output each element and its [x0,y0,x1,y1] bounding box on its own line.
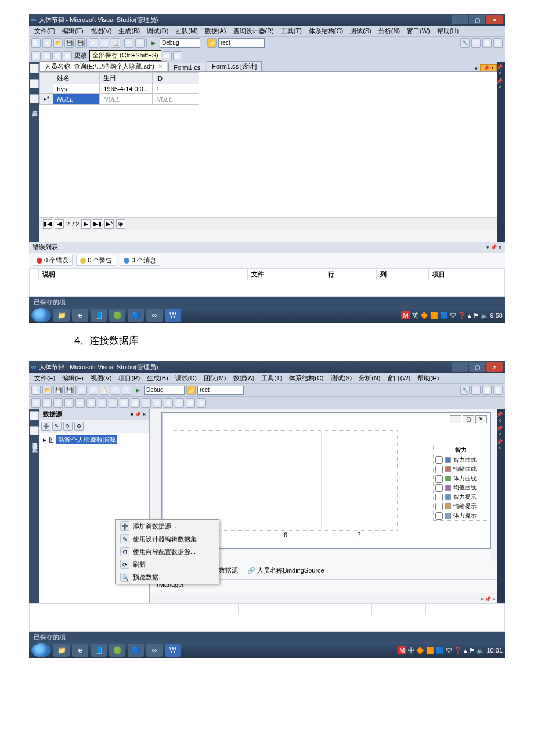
sidebar-tab[interactable]: 服务器资源管理器 [30,437,38,440]
app-icon[interactable]: 🔵 [128,309,144,322]
tool-icon[interactable]: ⎘ [471,386,481,395]
flag-icon[interactable]: ⚑ [473,312,479,319]
col-project[interactable]: 项目 [428,269,504,280]
cell-name[interactable]: NULL [53,94,100,105]
legend-checkbox[interactable] [435,494,443,501]
ds-root-node[interactable]: 浩瀚个人珍藏数据源 [56,435,117,444]
chart-legend[interactable]: 智力 智力曲线 情绪曲线 体力曲线 均值曲线 智力提示 情绪提示 体力提示 [433,445,488,521]
doc-outline-icon[interactable] [30,94,39,103]
menu-data[interactable]: 数据(A) [202,26,229,36]
menu-query[interactable]: 查询设计器(R) [230,26,277,36]
layout-icon[interactable]: ⇕ [53,398,63,408]
layout-icon[interactable]: ⊞ [153,398,162,408]
add-item-icon[interactable]: ▾ [42,38,52,48]
menu-window[interactable]: 窗口(W) [384,373,413,383]
tool-icon[interactable]: 🔧 [460,386,470,395]
table-row[interactable]: hys 1965-4-14 0:0... 1 [40,84,199,94]
menu-view[interactable]: 视图(V) [88,373,115,383]
save-all-icon[interactable]: 💾 [75,38,85,48]
tray-icon[interactable]: 🟧 [426,647,434,654]
tray-icon[interactable]: ❓ [458,312,466,319]
menu-edit[interactable]: 编辑(E) [59,373,86,383]
cell-id[interactable]: 1 [152,84,199,94]
tray-chevron-icon[interactable]: ▴ [464,647,467,654]
layout-icon[interactable]: ⊡ [120,398,129,408]
legend-checkbox[interactable] [435,512,443,520]
ime-lang[interactable]: 中 [408,646,414,655]
menu-analyze[interactable]: 分析(N) [356,373,383,383]
col-project[interactable]: 项目 [425,604,504,615]
app-icon[interactable]: 🔵 [128,644,144,657]
col-id[interactable]: ID [152,73,199,84]
cut-icon[interactable]: ✂ [89,38,98,48]
legend-checkbox[interactable] [435,503,443,510]
form-max-icon[interactable]: ▢ [463,415,474,423]
legend-checkbox[interactable] [435,456,443,464]
ie-icon[interactable]: e [72,309,88,322]
cell-id[interactable]: NULL [152,94,199,105]
ctx-refresh[interactable]: ⟳刷新 [116,558,219,571]
tool-icon[interactable]: ▦ [482,386,492,395]
col-line[interactable]: 行 [324,269,376,280]
sidebar-tab[interactable]: 数据源 [30,74,38,78]
layout-icon[interactable]: ≡ [142,398,151,408]
cell-birthday[interactable]: NULL [100,94,153,105]
menu-team[interactable]: 团队(M) [172,26,201,36]
menu-file[interactable]: 文件(F) [31,373,58,383]
ctx-edit-designer[interactable]: ✎使用设计器编辑数据集 [116,532,219,545]
chart-control[interactable]: 5 6 7 [174,430,398,531]
col-file[interactable]: 文件 [248,269,324,280]
config-icon[interactable]: ⚙ [74,422,84,431]
doc-tab-form1design[interactable]: Form1.cs [设计] [207,61,262,71]
ie-icon[interactable]: e [72,644,88,657]
query-result-grid[interactable]: 姓名 生日 ID hys 1965-4-14 0:0... 1 ▸* NULL … [39,72,497,217]
menu-build[interactable]: 生成(B) [144,373,171,383]
tray-icon[interactable]: ❓ [454,647,462,654]
layout-icon[interactable]: ▦ [197,398,206,408]
copy-icon[interactable]: ⧉ [89,386,98,395]
undo-icon[interactable]: ↶ [111,386,120,395]
grid-icon[interactable]: ▦ [42,51,51,60]
refresh-icon[interactable]: ⟳ [63,422,73,431]
messages-tab[interactable]: 0 个消息 [120,255,160,266]
find-combo[interactable]: rect [197,386,244,395]
redo-icon[interactable]: ↷ [135,38,145,48]
volume-icon[interactable]: 🔈 [477,647,485,654]
legend-checkbox[interactable] [435,466,443,473]
col-file[interactable]: 文件 [239,604,317,615]
layout-icon[interactable]: ▯ [109,398,118,408]
menu-arch[interactable]: 体系结构(C) [306,26,346,36]
nav-next-icon[interactable]: ▶ [81,219,91,229]
toolbox-icon[interactable] [30,411,39,420]
layout-icon[interactable]: ▤ [42,398,52,408]
tray-icon[interactable]: 🟧 [430,312,438,319]
grid-icon[interactable]: ▦ [52,51,62,60]
config-combo[interactable]: Debug [144,386,185,395]
close-button[interactable]: ✕ [486,15,503,24]
menu-view[interactable]: 视图(V) [88,26,115,36]
panel-pin-icon[interactable]: ▾ 📌 × [481,596,496,602]
tray-chevron-icon[interactable]: ▴ [468,312,471,319]
vs-icon[interactable]: ∞ [146,309,163,322]
form-min-icon[interactable]: _ [450,415,461,423]
error-table[interactable]: 说明 文件 行 列 项目 [29,268,505,297]
nav-first-icon[interactable]: ▮◀ [43,219,52,229]
clock[interactable]: 10:01 [486,647,503,654]
expand-icon[interactable]: ▸ [43,436,46,444]
config-combo[interactable]: Debug [160,38,200,48]
col-desc[interactable]: 说明 [39,269,248,280]
menu-arch[interactable]: 体系结构(C) [286,373,326,383]
menu-analyze[interactable]: 分析(N) [376,26,403,36]
tray-icon[interactable]: 🔶 [420,312,428,319]
volume-icon[interactable]: 🔈 [481,312,489,319]
menu-test[interactable]: 测试(S) [328,373,355,383]
close-button[interactable]: ✕ [486,362,503,372]
find-combo[interactable]: rect [218,38,265,48]
app-icon[interactable]: 🟢 [109,644,125,657]
minimize-button[interactable]: _ [452,15,468,24]
tool-icon[interactable]: ▤ [493,38,503,48]
app-icon[interactable]: 📘 [91,644,107,657]
tool-icon[interactable]: ⎘ [471,38,481,48]
tray-icon[interactable]: 🛡 [446,647,452,654]
cut-icon[interactable]: ✂ [78,386,87,395]
